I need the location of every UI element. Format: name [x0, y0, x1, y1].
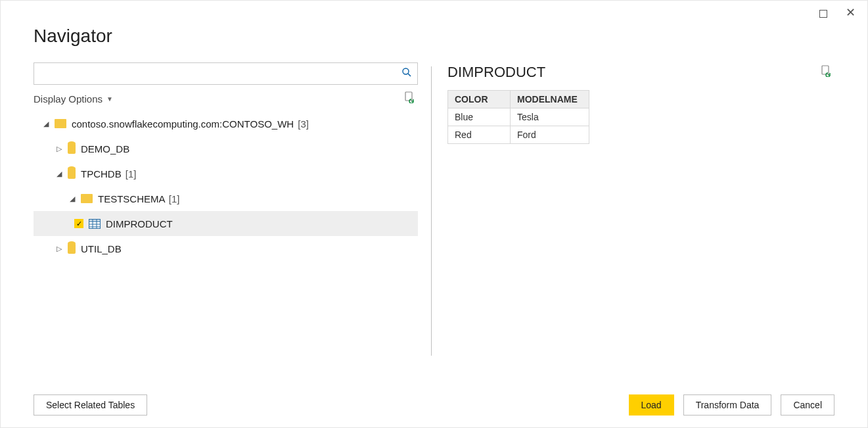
folder-icon: [55, 119, 66, 128]
database-icon: [68, 243, 76, 254]
vertical-divider: [431, 66, 432, 356]
tree-table-label: DIMPRODUCT: [106, 218, 173, 229]
transform-data-button[interactable]: Transform Data: [683, 394, 772, 416]
svg-point-0: [403, 68, 409, 74]
close-icon[interactable]: ✕: [846, 9, 856, 20]
collapse-icon[interactable]: ◢: [69, 195, 76, 203]
display-options-label: Display Options: [34, 93, 103, 105]
search-icon[interactable]: [401, 67, 412, 80]
tree-schema-label: TESTSCHEMA [1]: [98, 193, 180, 204]
tree-db-util[interactable]: ▷ UTIL_DB: [34, 236, 418, 261]
checkbox-checked-icon[interactable]: ✓: [74, 219, 83, 228]
preview-table: COLOR MODELNAME Blue Tesla Red Ford: [447, 90, 589, 144]
table-icon: [89, 219, 101, 229]
cancel-button[interactable]: Cancel: [781, 394, 834, 416]
column-header-color[interactable]: COLOR: [448, 91, 511, 108]
tree-root-label: contoso.snowflakecomputing.com:CONTOSO_W…: [72, 118, 309, 130]
svg-rect-9: [89, 219, 101, 222]
folder-icon: [81, 194, 93, 203]
tree-table-dimproduct[interactable]: ✓ DIMPRODUCT: [34, 211, 418, 236]
tree-db-tpch[interactable]: ◢ TPCHDB [1]: [34, 161, 418, 186]
database-icon: [68, 168, 76, 179]
display-options-dropdown[interactable]: Display Options ▼: [34, 93, 113, 105]
collapse-icon[interactable]: ◢: [56, 170, 62, 178]
table-row: Blue Tesla: [448, 108, 589, 126]
chevron-down-icon: ▼: [106, 95, 113, 103]
expand-icon[interactable]: ▷: [56, 145, 62, 153]
preview-title: DIMPRODUCT: [447, 64, 545, 81]
select-related-tables-button[interactable]: Select Related Tables: [34, 394, 147, 416]
cell: Tesla: [511, 108, 589, 126]
database-icon: [68, 143, 76, 154]
tree-db-label: UTIL_DB: [81, 243, 122, 254]
search-box[interactable]: [34, 62, 418, 85]
expand-icon[interactable]: ▷: [56, 245, 62, 253]
tree-schema[interactable]: ◢ TESTSCHEMA [1]: [34, 186, 418, 211]
tree-root[interactable]: ◢ contoso.snowflakecomputing.com:CONTOSO…: [34, 111, 418, 136]
column-header-modelname[interactable]: MODELNAME: [511, 91, 589, 108]
cell: Ford: [511, 126, 589, 144]
search-input[interactable]: [41, 68, 401, 79]
maximize-icon[interactable]: [819, 9, 827, 20]
svg-line-1: [408, 74, 411, 76]
preview-refresh-icon[interactable]: [820, 65, 832, 80]
page-title: Navigator: [1, 1, 867, 47]
cell: Blue: [448, 108, 511, 126]
navigator-tree: ◢ contoso.snowflakecomputing.com:CONTOSO…: [34, 111, 418, 261]
tree-db-demo[interactable]: ▷ DEMO_DB: [34, 136, 418, 161]
table-row: Red Ford: [448, 126, 589, 144]
cell: Red: [448, 126, 511, 144]
tree-db-label: TPCHDB [1]: [81, 168, 137, 179]
tree-db-label: DEMO_DB: [81, 143, 129, 155]
collapse-icon[interactable]: ◢: [43, 120, 49, 128]
refresh-icon[interactable]: [403, 91, 415, 106]
load-button[interactable]: Load: [629, 394, 674, 416]
